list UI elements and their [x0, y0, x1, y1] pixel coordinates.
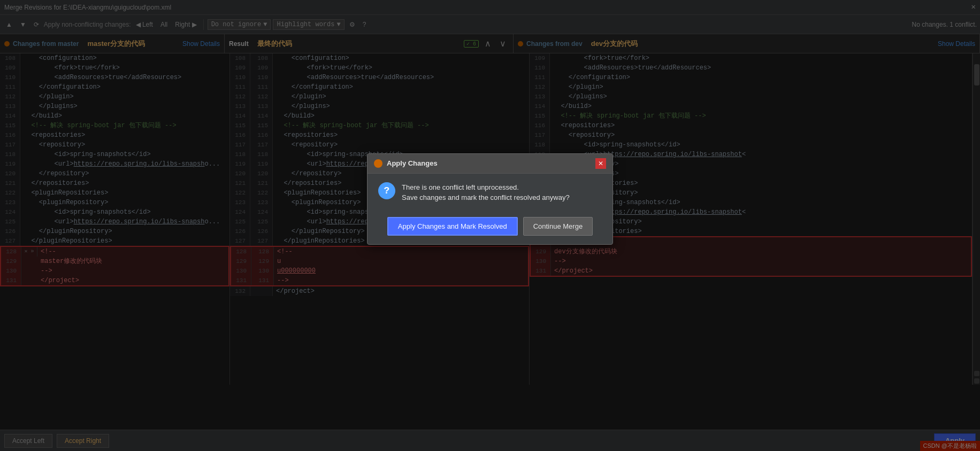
modal-close-button[interactable]: ✕ — [595, 158, 606, 169]
modal-title-text: Apply Changes — [387, 159, 438, 167]
apply-changes-modal: Apply Changes ✕ ? There is one conflict … — [367, 153, 613, 245]
modal-overlay[interactable]: Apply Changes ✕ ? There is one conflict … — [0, 0, 980, 451]
modal-message: There is one conflict left unprocessed. … — [402, 182, 570, 203]
apply-changes-button[interactable]: Apply Changes and Mark Resolved — [387, 217, 518, 236]
modal-title-bar: Apply Changes ✕ — [368, 154, 612, 174]
modal-footer: Apply Changes and Mark Resolved Continue… — [368, 212, 612, 244]
modal-body: ? There is one conflict left unprocessed… — [368, 174, 612, 212]
continue-merge-button[interactable]: Continue Merge — [523, 217, 593, 236]
question-icon: ? — [378, 182, 395, 199]
modal-title-icon — [374, 159, 382, 168]
